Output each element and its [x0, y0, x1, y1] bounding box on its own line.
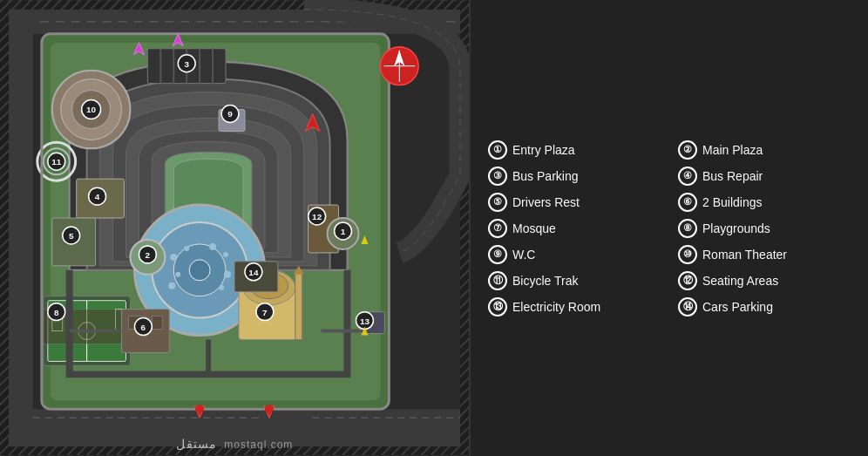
svg-text:14: 14	[248, 268, 259, 277]
legend-label: Electricity Room	[512, 300, 600, 314]
legend-number: ④	[678, 167, 697, 186]
legend-label: Entry Plaza	[512, 143, 575, 157]
legend-number: ⑫	[678, 271, 697, 290]
legend-number: ⑧	[678, 219, 697, 238]
svg-text:3: 3	[184, 59, 189, 69]
map-area: 1 2 3 4 5 6 7 8 9 10	[0, 0, 471, 456]
legend-label: Main Plaza	[702, 143, 763, 157]
svg-point-20	[209, 243, 216, 250]
legend-label: Bus Parking	[512, 169, 578, 183]
legend-item: ⑪ Bicycle Trak	[488, 271, 661, 290]
svg-rect-29	[295, 270, 302, 340]
svg-rect-58	[152, 316, 162, 330]
legend-item: ⑩ Roman Theater	[678, 245, 851, 264]
legend-number: ②	[678, 140, 697, 160]
svg-point-17	[189, 260, 210, 281]
watermark: مستقل mostaql.com	[176, 437, 294, 451]
legend-number: ⑤	[488, 193, 507, 212]
svg-point-24	[168, 282, 175, 289]
main-container: 1 2 3 4 5 6 7 8 9 10	[0, 0, 868, 456]
legend-number: ⑨	[488, 245, 507, 264]
legend-number: ③	[488, 167, 507, 186]
legend-number: ①	[488, 140, 507, 160]
legend-label: Drivers Rest	[512, 195, 580, 209]
legend-item: ② Main Plaza	[678, 140, 851, 160]
legend-item: ⑭ Cars Parking	[678, 297, 851, 316]
legend-item: ⑬ Electricity Room	[488, 297, 661, 316]
legend-label: Seating Areas	[702, 274, 778, 288]
legend-label: 2 Buildings	[702, 195, 763, 209]
svg-text:4: 4	[95, 192, 100, 201]
svg-text:11: 11	[51, 157, 62, 167]
svg-text:1: 1	[341, 227, 346, 236]
legend-label: Roman Theater	[702, 248, 787, 262]
legend-number: ⑪	[488, 271, 507, 290]
legend-item: ③ Bus Parking	[488, 167, 661, 186]
svg-text:13: 13	[360, 316, 370, 326]
legend-label: Mosque	[512, 221, 556, 235]
legend-label: Bicycle Trak	[512, 274, 578, 288]
svg-text:9: 9	[227, 109, 233, 119]
svg-text:12: 12	[312, 212, 322, 221]
legend-item: ⑤ Drivers Rest	[488, 193, 661, 212]
svg-text:7: 7	[262, 308, 268, 317]
svg-rect-11	[9, 10, 33, 446]
svg-point-18	[170, 254, 177, 261]
map-svg: 1 2 3 4 5 6 7 8 9 10	[0, 0, 469, 456]
legend-item: ⑨ W.C	[488, 245, 661, 264]
legend-number: ⑭	[678, 297, 697, 316]
svg-text:10: 10	[86, 105, 97, 114]
svg-point-104	[265, 405, 274, 413]
svg-point-19	[184, 246, 189, 251]
legend-item: ⑥ 2 Buildings	[678, 193, 851, 212]
legend-grid: ① Entry Plaza ② Main Plaza ③ Bus Parking…	[488, 140, 851, 316]
legend-area: ① Entry Plaza ② Main Plaza ③ Bus Parking…	[471, 0, 868, 456]
svg-point-22	[224, 271, 231, 278]
svg-text:6: 6	[141, 323, 146, 332]
legend-item: ④ Bus Repair	[678, 167, 851, 186]
legend-item: ① Entry Plaza	[488, 140, 661, 160]
svg-point-21	[223, 252, 228, 257]
legend-item: ⑫ Seating Areas	[678, 271, 851, 290]
legend-number: ⑥	[678, 193, 697, 212]
legend-label: Cars Parking	[702, 300, 773, 314]
svg-point-25	[175, 272, 180, 277]
legend-number: ⑦	[488, 219, 507, 238]
legend-item: ⑧ Playgrounds	[678, 219, 851, 238]
svg-text:2: 2	[146, 250, 151, 260]
legend-number: ⑬	[488, 297, 507, 316]
legend-number: ⑩	[678, 245, 697, 264]
svg-text:5: 5	[69, 231, 74, 241]
legend-label: W.C	[512, 248, 535, 262]
legend-label: Playgrounds	[702, 221, 770, 235]
svg-point-23	[219, 285, 224, 290]
legend-label: Bus Repair	[702, 169, 763, 183]
svg-text:8: 8	[54, 308, 59, 317]
legend-item: ⑦ Mosque	[488, 219, 661, 238]
svg-point-103	[195, 405, 204, 413]
